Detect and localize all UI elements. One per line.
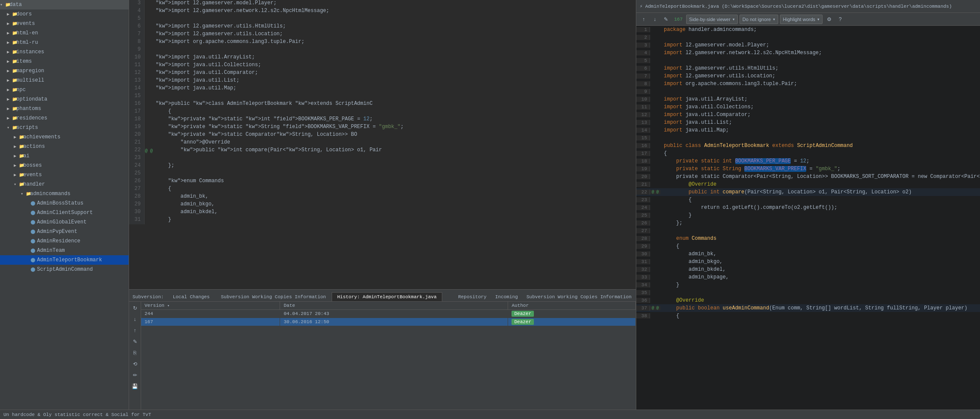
bottom-action-subversion-working-copies-information[interactable]: Subversion Working Copies Information xyxy=(522,293,636,301)
svn-version: 244 xyxy=(141,310,280,318)
tree-item-handler[interactable]: ▾ 📁handler xyxy=(0,180,129,189)
class-icon: ⬤ xyxy=(29,200,36,207)
diff-line-content: import l2.gameserver.utils.Location; xyxy=(660,73,980,79)
line-number: 21 xyxy=(129,139,145,147)
line-content: "kw">private "kw">static "kw">int "field… xyxy=(153,116,636,124)
diff-code-line: 30 admin_bk, xyxy=(636,250,980,258)
svn-history-row[interactable]: 24404.04.2017 20:43Deazer xyxy=(141,310,636,318)
svn-col-author: Author xyxy=(508,302,636,310)
folder-icon: ▶ 📁 xyxy=(9,96,15,103)
svn-save-btn[interactable]: 💾 xyxy=(130,382,140,391)
tree-item-events[interactable]: ▶ 📁events xyxy=(0,19,129,28)
tree-item-AdminGlobalEvent[interactable]: ⬤AdminGlobalEvent xyxy=(0,217,129,227)
line-gutter xyxy=(145,186,153,193)
line-number: 8 xyxy=(129,39,145,46)
folder-icon: ▶ 📁 xyxy=(9,30,15,37)
tree-item-ScriptAdminCommand[interactable]: ⬤ScriptAdminCommand xyxy=(0,265,129,274)
tree-item-scripts[interactable]: ▾ 📁scripts xyxy=(0,123,129,132)
line-gutter xyxy=(145,93,153,101)
diff-gear-btn[interactable]: ⚙ xyxy=(824,15,834,24)
diff-help-btn[interactable]: ? xyxy=(835,15,845,24)
diff-edit-btn[interactable]: ✎ xyxy=(661,15,671,24)
svn-edit-btn[interactable]: ✎ xyxy=(130,337,140,346)
tree-item-data[interactable]: ▾ 📁data xyxy=(0,0,129,9)
diff-ignore-btn[interactable]: Do not ignore xyxy=(740,15,778,24)
svn-up-btn[interactable]: ↑ xyxy=(130,326,140,335)
diff-code-line: 27 xyxy=(636,227,980,235)
diff-side-by-side-btn[interactable]: Side-by-side viewer xyxy=(686,15,738,24)
tree-item-admincommands[interactable]: ▾ 📁admincommands xyxy=(0,189,129,199)
tree-item-doors[interactable]: ▶ 📁doors xyxy=(0,9,129,19)
folder-icon: ▶ 📁 xyxy=(9,58,15,65)
bottom-content: ↻ ↓ ↑ ✎ ⎘ ⟲ ✏ 💾 Version ▾DateAuthor24404… xyxy=(129,302,636,410)
line-gutter xyxy=(145,217,153,224)
svn-copy-btn[interactable]: ⎘ xyxy=(130,348,140,358)
bottom-tab-subversion[interactable]: Subversion Working Copies Information xyxy=(215,292,331,301)
diff-highlight-btn[interactable]: Highlight words xyxy=(780,15,823,24)
diff-line-content: import java.util.ArrayList; xyxy=(660,96,980,102)
tree-item-AdminPvpEvent[interactable]: ⬤AdminPvpEvent xyxy=(0,227,129,236)
tree-item-items[interactable]: ▶ 📁items xyxy=(0,57,129,66)
diff-line-content: enum Commands xyxy=(660,235,980,242)
line-number: 23 xyxy=(129,155,145,162)
folder-icon: ▶ 📁 xyxy=(9,39,15,46)
diff-line-number: 26 xyxy=(636,220,650,226)
tree-item-ai[interactable]: ▶ 📁ai xyxy=(0,151,129,161)
tree-item-achievements[interactable]: ▶ 📁achievements xyxy=(0,132,129,142)
tree-item-instances[interactable]: ▶ 📁instances xyxy=(0,47,129,57)
diff-down-btn[interactable]: ↓ xyxy=(650,15,659,24)
tree-item-multisell[interactable]: ▶ 📁multisell xyxy=(0,76,129,85)
tree-item-optiondata[interactable]: ▶ 📁optiondata xyxy=(0,95,129,104)
diff-code-line: 28 enum Commands xyxy=(636,235,980,242)
diff-up-btn[interactable]: ↑ xyxy=(639,15,648,24)
tree-item-html-en[interactable]: ▶ 📁html-en xyxy=(0,28,129,38)
tree-item-mapregion[interactable]: ▶ 📁mapregion xyxy=(0,66,129,76)
bottom-action-incoming[interactable]: Incoming xyxy=(491,293,522,301)
tree-item-AdminResidence[interactable]: ⬤AdminResidence xyxy=(0,236,129,246)
diff-content[interactable]: 1package handler.admincommands;23import … xyxy=(636,26,980,410)
line-content xyxy=(153,155,636,162)
diff-line-content: public boolean useAdminCommand(Enum comm… xyxy=(660,305,980,311)
line-number: 4 xyxy=(129,8,145,15)
line-gutter xyxy=(145,178,153,186)
line-content: "kw">import java.util.ArrayList; xyxy=(153,54,636,62)
line-content: { xyxy=(153,186,636,193)
tree-item-npc[interactable]: ▶ 📁npc xyxy=(0,85,129,95)
bottom-action-repository[interactable]: Repository xyxy=(454,293,491,301)
line-gutter xyxy=(145,54,153,62)
svn-down-btn[interactable]: ↓ xyxy=(130,315,140,324)
tree-label: AdminResidence xyxy=(37,238,80,244)
line-content xyxy=(153,15,636,23)
bottom-tab-local-changes[interactable]: Local Changes xyxy=(167,292,216,301)
diff-line-number: 29 xyxy=(636,244,650,249)
tree-item-AdminClientSupport[interactable]: ⬤AdminClientSupport xyxy=(0,208,129,217)
svn-history-row[interactable]: 16730.06.2016 12:50Deazer xyxy=(141,318,636,326)
tree-item-events2[interactable]: ▶ 📁events xyxy=(0,170,129,180)
editor-line: 15 xyxy=(129,93,636,101)
folder-icon: ▶ 📁 xyxy=(9,86,15,93)
tree-item-AdminTeam[interactable]: ⬤AdminTeam xyxy=(0,246,129,255)
diff-code-line: 25 } xyxy=(636,211,980,219)
diff-code-line: 6import l2.gameserver.utils.HtmlUtils; xyxy=(636,64,980,72)
diff-line-content: import java.util.List; xyxy=(660,119,980,125)
svn-revert-btn[interactable]: ⟲ xyxy=(130,359,140,369)
tree-item-AdminTeleportBookmark[interactable]: ⬤AdminTeleportBookmark xyxy=(0,255,129,265)
tree-item-AdminBossStatus[interactable]: ⬤AdminBossStatus xyxy=(0,199,129,208)
tree-item-bosses[interactable]: ▶ 📁bosses xyxy=(0,161,129,170)
diff-line-number: 17 xyxy=(636,151,650,156)
diff-code-line: 32 admin_bkdel, xyxy=(636,266,980,273)
svn-pencil-btn[interactable]: ✏ xyxy=(130,370,140,380)
tree-item-phantoms[interactable]: ▶ 📁phantoms xyxy=(0,104,129,113)
editor-line: 14"kw">import java.util.Map; xyxy=(129,85,636,93)
svn-refresh-btn[interactable]: ↻ xyxy=(130,303,140,313)
tree-item-html-ru[interactable]: ▶ 📁html-ru xyxy=(0,38,129,47)
editor-content[interactable]: 3"kw">import l2.gameserver.model.Player;… xyxy=(129,0,636,289)
svn-label: Subversion: xyxy=(129,293,167,301)
tree-item-actions[interactable]: ▶ 📁actions xyxy=(0,142,129,151)
tree-item-residences[interactable]: ▶ 📁residences xyxy=(0,113,129,123)
bottom-tab-history[interactable]: History: AdminTeleportBookmark.java xyxy=(332,292,442,301)
diff-line-number: 16 xyxy=(636,143,650,148)
diff-line-content: import l2.gameserver.model.Player; xyxy=(660,42,980,48)
diff-code-line: 15 xyxy=(636,134,980,142)
diff-code-line: 37@ @ public boolean useAdminCommand(Enu… xyxy=(636,304,980,312)
